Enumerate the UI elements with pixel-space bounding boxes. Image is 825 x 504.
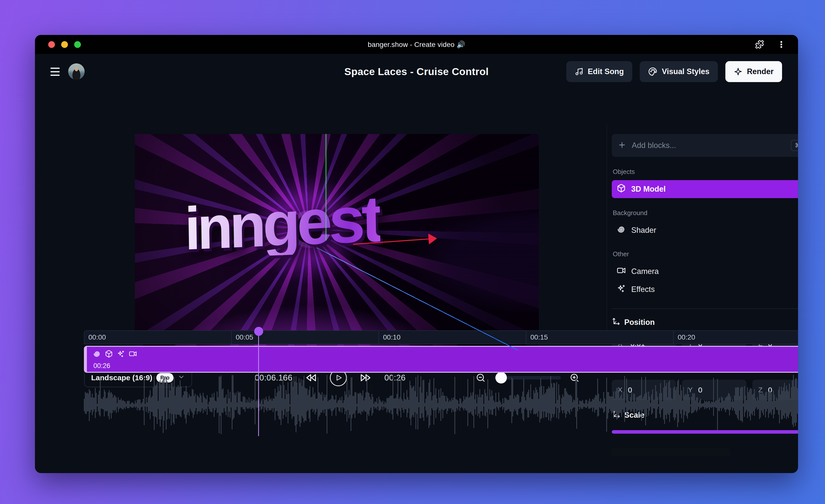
gizmo-y-axis[interactable] — [325, 134, 326, 241]
timeline: 00:00 00:05 00:10 00:15 00:20 00:26 — [35, 330, 798, 473]
cmd-k-shortcut-badge: ⌘ K — [791, 140, 798, 151]
sidebar-item-effects[interactable]: Effects — [612, 280, 798, 299]
other-section-label: Other — [613, 250, 798, 258]
playhead[interactable] — [258, 327, 259, 436]
video-camera-icon — [617, 266, 626, 277]
extensions-puzzle-icon[interactable] — [755, 40, 764, 49]
browser-titlebar: banger.show - Create video 🔊 ⋮ — [35, 35, 798, 54]
position-section-header: Position — [612, 317, 798, 327]
audio-waveform[interactable] — [84, 375, 798, 436]
objects-section-label: Objects — [613, 168, 798, 176]
ruler-tick: 00:10 — [379, 331, 526, 344]
sidebar-item-camera[interactable]: Camera — [612, 262, 798, 280]
clip-duration-label: 00:26 — [93, 362, 110, 370]
sidebar-item-3d-model[interactable]: 3D Model — [612, 180, 798, 198]
ruler-tick: 00:20 — [673, 331, 798, 344]
palette-icon — [648, 67, 657, 76]
move-3d-icon — [612, 317, 620, 327]
add-blocks-placeholder: Add blocks... — [632, 141, 676, 150]
cube-icon — [617, 184, 626, 195]
add-blocks-input[interactable]: Add blocks... ⌘ K — [612, 134, 798, 157]
ruler-tick: 00:00 — [84, 331, 231, 344]
app-header: Space Laces - Cruise Control Edit Song V… — [35, 54, 798, 89]
browser-menu-icon[interactable]: ⋮ — [777, 40, 785, 49]
visual-styles-button[interactable]: Visual Styles — [640, 61, 718, 82]
sparkle-icon — [734, 67, 742, 76]
sparkles-icon — [617, 284, 626, 295]
background-section-label: Background — [613, 209, 798, 217]
ruler-tick: 00:15 — [526, 331, 673, 344]
sidebar-divider-line — [612, 308, 798, 309]
app-window: banger.show - Create video 🔊 ⋮ Space Lac… — [35, 35, 798, 473]
timeline-clip[interactable]: 00:26 — [84, 346, 798, 373]
spiral-icon — [617, 225, 626, 236]
timeline-ruler[interactable]: 00:00 00:05 00:10 00:15 00:20 — [84, 330, 798, 344]
sparkles-icon — [117, 350, 125, 359]
cube-icon — [105, 350, 113, 359]
3d-logo-text[interactable]: inngest — [184, 186, 381, 259]
window-title: banger.show - Create video 🔊 — [35, 40, 798, 49]
video-preview-viewport[interactable]: inngest — [135, 134, 539, 360]
shader-icon — [93, 350, 101, 359]
music-note-icon — [575, 67, 583, 76]
sidebar-item-shader[interactable]: Shader — [612, 221, 798, 239]
workspace: inngest Landscape (16:9) Pro 00:06.166 0… — [35, 89, 798, 330]
video-camera-icon — [129, 350, 137, 359]
edit-song-button[interactable]: Edit Song — [566, 61, 632, 82]
render-button[interactable]: Render — [725, 61, 782, 82]
sidebar-divider — [607, 124, 607, 330]
ruler-tick: 00:05 — [231, 331, 379, 344]
plus-icon — [618, 141, 626, 150]
